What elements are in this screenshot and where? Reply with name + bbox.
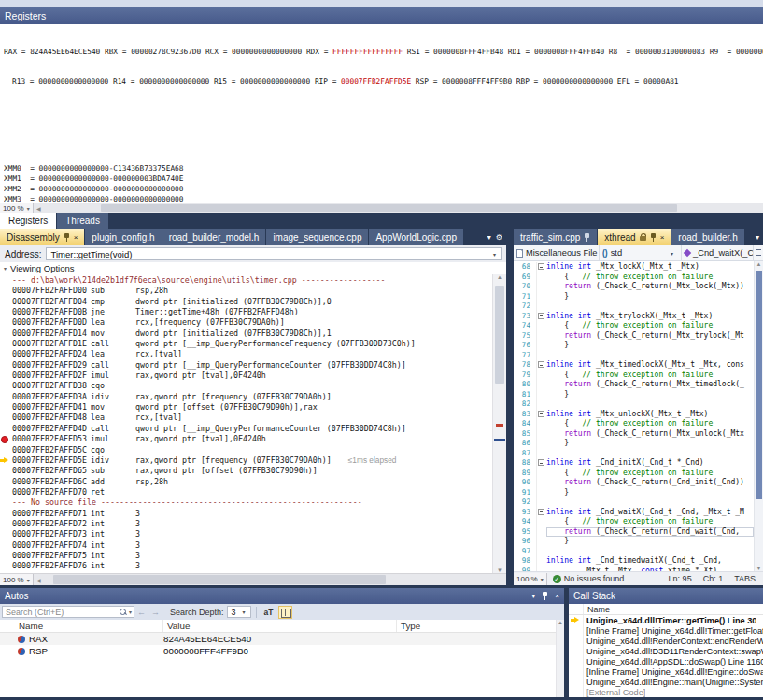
disassembly-line[interactable]: 00007FFB2FAFFD65 sub rax,qword ptr [offs… (0, 466, 491, 476)
code-line[interactable]: 71 } (514, 292, 754, 302)
code-line[interactable]: 79 { // throw exception on failure (514, 371, 754, 381)
breakpoint-gutter[interactable] (0, 286, 12, 296)
disassembly-line[interactable]: 00007FFB2FAFFD0B jne Timer::getTime+48h … (0, 307, 491, 317)
collapse-icon[interactable] (538, 313, 544, 319)
scroll-down-icon[interactable]: ▼ (755, 566, 763, 571)
disassembly-line[interactable]: 00007FFB2FAFFD73 int 3 (0, 529, 491, 539)
breakpoint-gutter[interactable] (0, 529, 12, 539)
close-icon[interactable]: × (660, 233, 665, 242)
tab-overflow-icon[interactable]: ▾ (756, 233, 759, 242)
line-number[interactable]: 87 (514, 449, 536, 459)
breakpoint-gutter[interactable] (0, 466, 12, 476)
stack-frame-row[interactable]: Unigine_x64d.dll!Timer::getTime() Line 3… (569, 615, 763, 625)
fold-margin[interactable] (536, 331, 546, 342)
project-scope-dropdown[interactable]: Miscellaneous File ▾ (514, 245, 600, 260)
format-specifier-icon[interactable]: aT (261, 608, 276, 617)
fold-margin[interactable] (536, 410, 546, 420)
collapse-icon[interactable] (538, 459, 544, 466)
line-number[interactable]: 99 (514, 567, 536, 572)
scroll-up-icon[interactable]: ▲ (755, 261, 763, 267)
fold-margin[interactable] (536, 341, 546, 351)
gear-icon[interactable]: ⚙ (496, 233, 502, 242)
code-line[interactable]: 72 (514, 301, 754, 312)
code-line[interactable]: 85 return (_Check_C_return(_Mtx_unlock(_… (514, 429, 754, 440)
line-number[interactable]: 76 (514, 341, 536, 351)
disassembly-line[interactable]: 00007FFB2FAFFD38 cqo (0, 381, 491, 391)
breakpoint-gutter[interactable] (0, 392, 12, 402)
line-number[interactable]: 84 (514, 419, 536, 429)
stack-frame-row[interactable]: [Inline Frame] Unigine_x64d.dll!Engine::… (569, 666, 763, 677)
search-back-icon[interactable]: ← (134, 608, 148, 617)
breakpoint-gutter[interactable] (0, 424, 12, 434)
code-line[interactable]: 76 } (514, 341, 754, 351)
stack-frame-row[interactable]: Unigine_x64d.dll!Engine::main(Unigine::S… (569, 677, 763, 687)
collapse-icon[interactable] (538, 263, 544, 270)
pin-icon[interactable] (542, 592, 548, 600)
fold-margin[interactable] (536, 469, 546, 479)
disassembly-zoom-control[interactable]: 100 % ▾ (0, 574, 34, 585)
line-number[interactable]: 80 (514, 380, 536, 390)
stack-frame-row[interactable]: Unigine_x64d.dll!D3D11RenderContext::swa… (569, 646, 763, 656)
breakpoint-gutter[interactable] (0, 551, 12, 561)
fold-margin[interactable] (536, 273, 546, 283)
fold-margin[interactable] (536, 301, 546, 312)
breakpoint-gutter[interactable] (0, 329, 12, 339)
type-scope-dropdown[interactable]: () std ▾ (600, 245, 682, 260)
tab-disassembly[interactable]: Disassembly × (0, 229, 84, 245)
fold-margin[interactable] (536, 351, 546, 361)
fold-margin[interactable] (536, 527, 546, 538)
code-line[interactable]: 96 } (514, 537, 754, 547)
breakpoint-gutter[interactable] (0, 317, 12, 328)
editor-split-handle[interactable] (753, 245, 763, 260)
tab-traffic-sim[interactable]: traffic_sim.cpp (514, 229, 597, 245)
chevron-down-icon[interactable]: ▾ (129, 609, 134, 615)
fold-margin[interactable] (536, 380, 546, 390)
code-line[interactable]: 97 (514, 547, 754, 557)
disassembly-line[interactable]: 00007FFB2FAFFD04 cmp dword ptr [initiali… (0, 297, 491, 307)
disassembly-line[interactable]: --- No source file ---------------------… (0, 497, 491, 508)
disassembly-line[interactable]: 00007FFB2FAFFD24 lea rcx,[tval] (0, 349, 491, 359)
line-number[interactable]: 72 (514, 301, 536, 312)
line-number[interactable]: 93 (514, 508, 536, 518)
code-line[interactable]: 93 inline int _Cnd_waitX(_Cnd_t _Cnd, _M… (514, 508, 754, 518)
code-line[interactable]: 81 } (514, 390, 754, 400)
code-line[interactable]: 92 (514, 497, 754, 508)
line-number[interactable]: 75 (514, 331, 536, 342)
table-row[interactable]: RSP 0000008FFF4FF9B0 (0, 645, 564, 657)
fold-margin[interactable] (536, 360, 546, 371)
code-line[interactable]: 94 { // throw exception on failure (514, 517, 754, 527)
fold-margin[interactable] (536, 508, 546, 518)
fold-margin[interactable] (536, 537, 546, 547)
disassembly-line[interactable]: 00007FFB2FAFFD53 imul rax,qword ptr [tva… (0, 434, 491, 444)
pin-icon[interactable] (64, 233, 70, 242)
line-number[interactable]: 78 (514, 360, 536, 371)
fold-margin[interactable] (536, 517, 546, 527)
breakpoint-gutter[interactable] (0, 349, 12, 359)
line-number[interactable]: 81 (514, 390, 536, 400)
issues-status[interactable]: No issues found (564, 574, 625, 583)
code-line[interactable]: 75 return (_Check_C_return(_Mtx_trylock(… (514, 331, 754, 342)
line-number[interactable]: 92 (514, 497, 536, 508)
stack-frame-row[interactable]: Unigine_x64d.dll!AppSDL::doSwap() Line 1… (569, 656, 763, 666)
disassembly-line[interactable]: 00007FFB2FAFFD14 mov dword ptr [initiali… (0, 329, 491, 339)
line-number[interactable]: 70 (514, 282, 536, 292)
disassembly-view[interactable]: --- d:\ba\work\214de2b1df7f6eca\source\e… (0, 274, 506, 573)
vscroll-thumb[interactable] (495, 286, 504, 384)
callstack-titlebar[interactable]: Call Stack (569, 588, 763, 604)
line-number[interactable]: 91 (514, 488, 536, 498)
breakpoint-gutter[interactable] (0, 413, 12, 423)
editor-zoom-control[interactable]: 100 % ▾ (514, 573, 547, 585)
tab-appworldlogic[interactable]: AppWorldLogic.cpp (369, 229, 463, 245)
column-header-value[interactable]: Value (163, 620, 397, 632)
disassembly-line[interactable]: 00007FFB2FAFFD77 int 3 (0, 572, 491, 573)
fold-margin[interactable] (536, 399, 546, 410)
breakpoint-gutter[interactable] (0, 497, 12, 508)
pin-icon[interactable] (650, 233, 657, 242)
variable-value[interactable]: 0000008FFF4FF9B0 (163, 646, 397, 656)
line-number[interactable]: 74 (514, 321, 536, 331)
line-number[interactable]: 82 (514, 399, 536, 410)
disassembly-hscrollbar[interactable] (44, 574, 506, 585)
code-line[interactable]: 82 (514, 399, 754, 410)
collapse-icon[interactable] (538, 361, 544, 368)
code-line[interactable]: 84 { // throw exception on failure (514, 419, 754, 429)
